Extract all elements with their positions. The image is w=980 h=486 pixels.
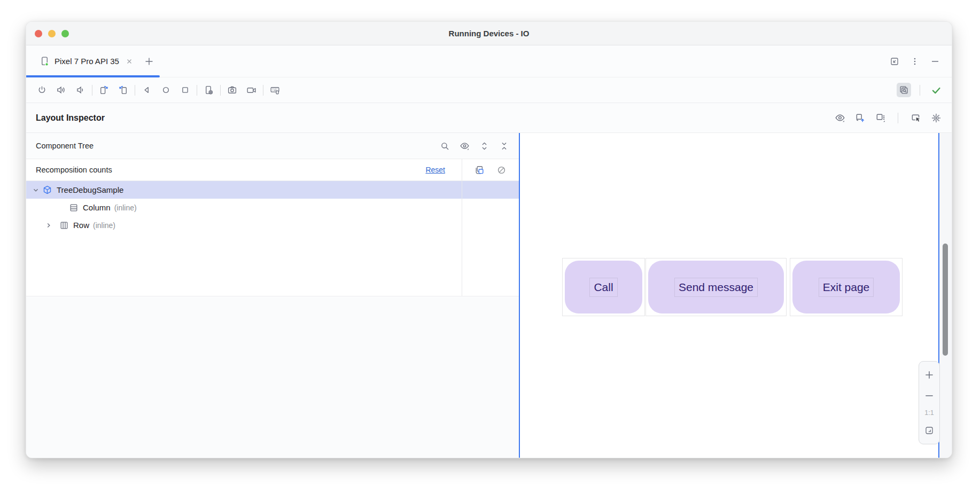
- toolbar-group-navigation: [139, 83, 192, 97]
- toolbar-separator: [898, 113, 898, 123]
- volume-up-button[interactable]: [54, 83, 68, 97]
- home-button[interactable]: [159, 83, 173, 97]
- vertical-scrollbar[interactable]: [939, 133, 952, 458]
- tab-bar: Pixel 7 Pro API 35: [26, 45, 952, 77]
- close-tab-icon[interactable]: [124, 56, 135, 67]
- disable-recomposition-icon[interactable]: [494, 163, 509, 177]
- volume-down-button[interactable]: [73, 83, 88, 97]
- hardware-input-button[interactable]: [268, 83, 282, 97]
- device-send-message-button[interactable]: Send message: [648, 261, 784, 313]
- chevron-down-icon[interactable]: [31, 185, 41, 195]
- column-layout-icon: [68, 202, 79, 213]
- settings-gear-icon[interactable]: [929, 111, 943, 125]
- toolbar-separator: [135, 85, 135, 96]
- toolbar-right-actions: [897, 83, 943, 97]
- device-exit-page-button[interactable]: Exit page: [792, 261, 900, 313]
- component-tree-panel: Component Tree: [26, 133, 519, 458]
- component-tree-toolbar: Component Tree: [26, 133, 519, 159]
- tree-row-treedebugsample[interactable]: TreeDebugSample: [26, 181, 519, 199]
- tree-node-label: TreeDebugSample: [57, 185, 123, 194]
- tree-row-row[interactable]: Row (inline): [26, 216, 519, 234]
- screenshot-camera-button[interactable]: [225, 83, 239, 97]
- render-bounds-exit-page: Exit page: [790, 258, 903, 316]
- search-icon[interactable]: [438, 139, 452, 153]
- new-tab-button[interactable]: [142, 54, 157, 68]
- screenshot-stage: Running Devices - IO Pixel 7 Pro API 35: [0, 0, 980, 486]
- visibility-filter-eye-icon[interactable]: [457, 139, 472, 153]
- layout-inspector-actions: [833, 111, 943, 125]
- layout-inspector-title: Layout Inspector: [36, 113, 105, 123]
- screen-record-button[interactable]: [244, 83, 259, 97]
- zoom-in-icon[interactable]: [922, 368, 936, 382]
- active-tab-underline: [26, 75, 160, 77]
- device-phone-online-icon: [39, 56, 50, 67]
- zoom-out-icon[interactable]: [922, 389, 936, 403]
- render-bounds-call: Call: [562, 258, 645, 316]
- component-tree-body: TreeDebugSample Column (inline): [26, 181, 519, 296]
- fit-to-window-icon[interactable]: [922, 424, 936, 437]
- device-call-button[interactable]: Call: [565, 261, 642, 313]
- device-toolbar: [26, 77, 952, 103]
- zoom-controls: 1:1: [919, 361, 940, 444]
- tab-bar-right-actions: [887, 54, 952, 68]
- more-options-kebab-icon[interactable]: [907, 54, 922, 68]
- expand-all-icon[interactable]: [477, 139, 492, 153]
- counts-column-divider: [462, 159, 462, 296]
- tree-node-label: Row: [73, 221, 89, 230]
- recomposition-counts-label: Recomposition counts: [36, 166, 112, 174]
- recomposition-counts-toggle-icon[interactable]: [472, 163, 487, 177]
- recomposition-counts-row: Recomposition counts Reset: [26, 159, 519, 181]
- tree-node-suffix: (inline): [114, 203, 137, 212]
- dock-window-icon[interactable]: [887, 54, 901, 68]
- device-button-label: Exit page: [819, 278, 874, 297]
- tree-options-icon[interactable]: [873, 111, 888, 125]
- tree-row-column[interactable]: Column (inline): [26, 199, 519, 216]
- row-layout-icon: [59, 220, 69, 230]
- toolbar-separator: [920, 85, 920, 96]
- toolbar-group-input: [268, 83, 282, 97]
- view-options-eye-icon[interactable]: [833, 111, 847, 125]
- tree-node-label: Column: [83, 203, 111, 212]
- titlebar: Running Devices - IO: [26, 22, 952, 45]
- component-tree-actions: [438, 139, 511, 153]
- toolbar-group-power-volume: [35, 83, 88, 97]
- layout-inspector-header: Layout Inspector: [26, 103, 952, 133]
- toolbar-separator: [263, 85, 263, 96]
- export-snapshot-icon[interactable]: [853, 111, 867, 125]
- window-title: Running Devices - IO: [26, 29, 952, 38]
- back-button[interactable]: [139, 83, 154, 97]
- tab-label: Pixel 7 Pro API 35: [55, 57, 119, 66]
- rotate-left-button[interactable]: [97, 83, 111, 97]
- main-split: Component Tree: [26, 133, 952, 458]
- chevron-right-icon[interactable]: [44, 221, 53, 230]
- tab-pixel-7-pro[interactable]: Pixel 7 Pro API 35: [39, 45, 135, 77]
- rotate-right-button[interactable]: [116, 83, 130, 97]
- component-tree-title: Component Tree: [36, 142, 94, 150]
- device-render-panel: Call Send message Exit page: [520, 133, 952, 458]
- hide-tool-window-icon[interactable]: [928, 54, 942, 68]
- overview-button[interactable]: [178, 83, 192, 97]
- compose-node-cube-icon: [42, 185, 52, 195]
- recomposition-actions: [462, 159, 519, 181]
- reset-recomposition-link[interactable]: Reset: [425, 166, 445, 174]
- render-bounds-send-message: Send message: [645, 258, 787, 316]
- power-button[interactable]: [35, 83, 49, 97]
- running-devices-window: Running Devices - IO Pixel 7 Pro API 35: [26, 21, 952, 458]
- toolbar-group-device-settings: [201, 83, 216, 97]
- layout-inspector-toggle-button[interactable]: [897, 83, 911, 97]
- toolbar-separator: [92, 85, 92, 96]
- device-button-label: Call: [589, 278, 617, 297]
- toolbar-group-rotate: [97, 83, 130, 97]
- collapse-all-icon[interactable]: [497, 139, 511, 153]
- toolbar-separator: [220, 85, 221, 96]
- toolbar-separator: [197, 85, 197, 96]
- device-settings-button[interactable]: [201, 83, 216, 97]
- scrollbar-thumb[interactable]: [943, 244, 948, 356]
- component-picker-icon[interactable]: [908, 111, 923, 125]
- tree-node-suffix: (inline): [93, 221, 115, 230]
- session-ready-check-icon: [929, 83, 943, 97]
- device-button-label: Send message: [674, 278, 758, 297]
- toolbar-group-capture: [225, 83, 259, 97]
- tree-panel-empty-area: [26, 296, 519, 458]
- zoom-actual-size-label[interactable]: 1:1: [924, 409, 934, 417]
